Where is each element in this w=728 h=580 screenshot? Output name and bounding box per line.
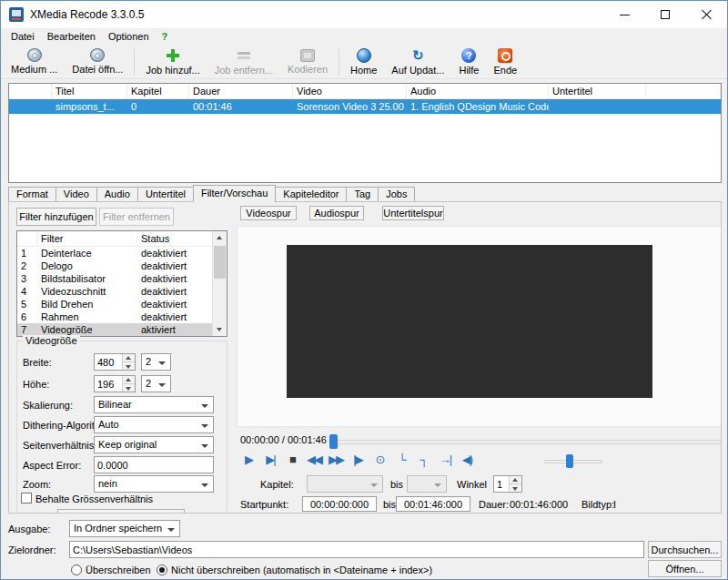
toolbar-kodieren-label: Kodieren [288, 64, 328, 75]
durchsuchen-button[interactable]: Durchsuchen... [648, 541, 722, 558]
job-row[interactable]: simpsons_t... 0 00:01:46 Sorenson Video … [9, 99, 721, 114]
nicht-ueberschreiben-radio[interactable] [157, 565, 167, 575]
next-frame-button[interactable]: ▶| [260, 451, 280, 469]
toolbar-datei-oeffnen-button[interactable]: Datei öffn... [65, 46, 130, 78]
aspect-error-input[interactable] [94, 456, 214, 473]
tab-format[interactable]: Format [8, 187, 56, 201]
mark-start-button[interactable]: └ [391, 451, 411, 469]
disc-icon [27, 48, 42, 62]
ausgabe-dropdown[interactable]: In Ordner speichern [69, 520, 180, 537]
play-button[interactable]: ▶ [238, 451, 258, 469]
volume-slider-thumb[interactable] [566, 454, 573, 468]
zoom-value: nein [98, 478, 198, 489]
scroll-down-icon[interactable] [213, 322, 227, 336]
winkel-spin-arrows [509, 476, 521, 492]
filter-row[interactable]: 3 Bildstabilisator deaktiviert [17, 272, 227, 285]
job-col-audio[interactable]: Audio [407, 84, 549, 99]
menu-bearbeiten[interactable]: Bearbeiten [41, 30, 102, 43]
filter-row[interactable]: 1 Deinterlace deaktiviert [17, 247, 227, 259]
hoehe-input[interactable] [95, 376, 122, 392]
filter-hinzufuegen-button[interactable]: Filter hinzufügen [16, 208, 96, 226]
spin-down-icon[interactable] [510, 484, 521, 492]
toolbar-hilfe-button[interactable]: Hilfe [451, 46, 486, 78]
toolbar-separator [134, 48, 135, 76]
tab-kapiteleditor[interactable]: Kapiteleditor [275, 187, 347, 201]
job-col-thumb[interactable] [9, 84, 52, 99]
goto-end-button[interactable]: →| [435, 451, 455, 469]
tab-tag[interactable]: Tag [346, 187, 379, 201]
mark-end-button[interactable]: ┐ [413, 451, 433, 469]
tab-video[interactable]: Video [56, 187, 97, 201]
fast-forward-button[interactable]: ▶▶ [326, 451, 346, 469]
tab-audio[interactable]: Audio [96, 187, 138, 201]
spin-up-icon[interactable] [510, 476, 521, 484]
menu-optionen[interactable]: Optionen [102, 30, 156, 43]
volume-slider-track[interactable] [544, 460, 602, 463]
timer-button[interactable]: ⊙ [369, 451, 389, 469]
tab-untertitel[interactable]: Untertitel [137, 187, 194, 201]
menu-datei[interactable]: Datei [5, 30, 41, 43]
ueberschreiben-radio[interactable] [71, 565, 82, 575]
filter-list-scrollbar[interactable] [212, 231, 227, 336]
job-col-untertitel[interactable]: Untertitel [549, 84, 646, 99]
endpunkt-input[interactable] [396, 496, 470, 512]
globe-icon [357, 48, 371, 63]
breite-input[interactable] [95, 354, 122, 370]
scrollbar-thumb[interactable] [214, 246, 226, 279]
toolbar-ende-button[interactable]: Ende [486, 46, 524, 78]
app-icon [9, 7, 24, 22]
spin-down-icon[interactable] [123, 384, 135, 392]
spin-up-icon[interactable] [123, 354, 135, 362]
tab-filter-vorschau[interactable]: Filter/Vorschau [193, 185, 276, 202]
maximize-icon [661, 10, 670, 19]
filter-row[interactable]: 4 Videozuschnitt deaktiviert [17, 285, 227, 298]
seitenverhaeltnis-dropdown[interactable]: Keep original [94, 436, 214, 453]
scroll-up-icon[interactable] [213, 231, 227, 245]
close-button[interactable] [686, 1, 727, 28]
toolbar-medium-button[interactable]: Medium ... [4, 46, 65, 78]
oeffnen-button[interactable]: Öffnen... [648, 560, 722, 577]
job-col-dauer[interactable]: Dauer [189, 84, 293, 99]
toolbar-update-button[interactable]: Auf Updat... [384, 46, 451, 78]
timeline-slider-thumb[interactable] [329, 434, 338, 449]
job-col-titel[interactable]: Titel [52, 84, 127, 99]
filter-row[interactable]: 5 Bild Drehen deaktiviert [17, 298, 227, 310]
rewind-button[interactable]: ◀◀ [304, 451, 324, 469]
volume-button[interactable]: ◀) [457, 451, 477, 469]
menu-hilfe[interactable]: ? [156, 30, 175, 43]
videospur-button[interactable]: Videospur [240, 206, 297, 220]
filter-row[interactable]: 2 Delogo deaktiviert [17, 259, 227, 272]
tab-jobs[interactable]: Jobs [378, 187, 415, 201]
startpunkt-input[interactable] [302, 496, 377, 512]
skalierung-dropdown[interactable]: Bilinear [94, 396, 214, 413]
filter-row-nr: 3 [17, 272, 37, 285]
zoom-dropdown[interactable]: nein [94, 475, 214, 493]
maximize-button[interactable] [645, 1, 686, 28]
size-preset-button[interactable]: 480 x 196 [57, 509, 185, 514]
time-display: 00:00:00 / 00:01:46 [240, 434, 327, 445]
dithering-value: Auto [98, 419, 198, 430]
job-col-kapitel[interactable]: Kapitel [127, 84, 189, 99]
zielordner-input[interactable] [69, 541, 644, 558]
step-forward-button[interactable]: |▶ [348, 451, 368, 469]
minimize-button[interactable] [604, 1, 645, 28]
breite-step-dropdown[interactable]: 2 [141, 353, 171, 371]
spin-up-icon[interactable] [123, 376, 135, 384]
filter-row[interactable]: 6 Rahmen deaktiviert [17, 310, 227, 323]
filter-row-name: Rahmen [37, 310, 137, 323]
filter-col-filter[interactable]: Filter [37, 231, 137, 247]
job-col-video[interactable]: Video [293, 84, 407, 99]
filter-row-selected[interactable]: 7 Videogröße aktiviert [17, 323, 227, 336]
winkel-input[interactable] [494, 476, 509, 492]
stop-button[interactable]: ■ [282, 451, 302, 469]
menubar: Datei Bearbeiten Optionen ? [1, 28, 727, 45]
hoehe-step-dropdown[interactable]: 2 [141, 375, 171, 392]
spin-down-icon[interactable] [123, 362, 135, 370]
dithering-dropdown[interactable]: Auto [94, 416, 214, 433]
timeline-slider-track[interactable] [329, 440, 722, 444]
toolbar-home-button[interactable]: Home [343, 46, 384, 78]
toolbar-job-hinzufuegen-button[interactable]: Job hinzuf... [138, 46, 207, 78]
untertitelspur-button[interactable]: Untertitelspur [382, 206, 444, 220]
behalte-groessenverhaeltnis-checkbox[interactable] [21, 493, 32, 504]
audiospur-button[interactable]: Audiospur [309, 206, 364, 220]
